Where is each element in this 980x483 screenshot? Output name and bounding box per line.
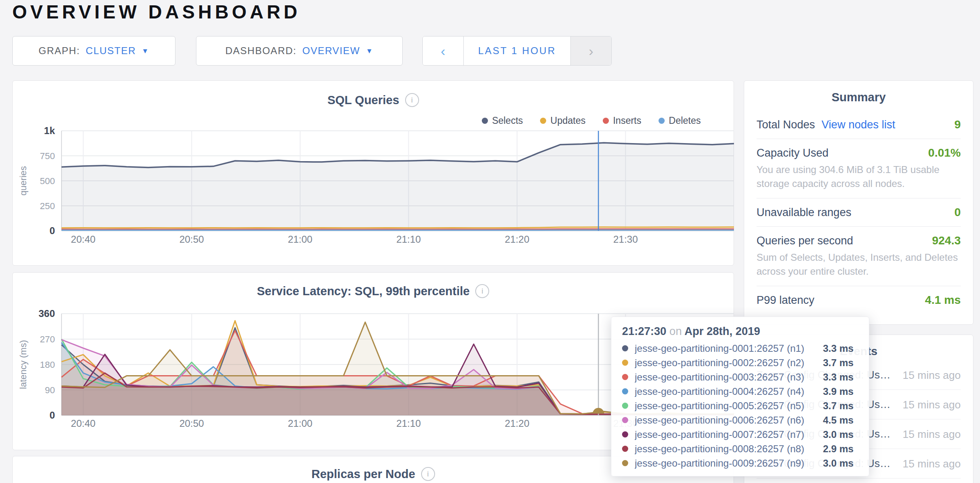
tooltip-time: 21:27:30	[622, 325, 666, 337]
time-next-button[interactable]: ›	[570, 36, 611, 65]
tooltip-node-value: 2.9 ms	[823, 443, 858, 455]
summary-panel: Summary Total Nodes View nodes list 9 Ca…	[744, 80, 973, 325]
total-nodes-value: 9	[954, 118, 961, 131]
series-dot-icon	[622, 446, 628, 452]
time-range-selector: ‹ LAST 1 HOUR ›	[422, 36, 612, 66]
unavailable-ranges-label: Unavailable ranges	[757, 206, 851, 219]
qps-value: 924.3	[932, 234, 961, 247]
tooltip-node-name: jesse-geo-partitioning-0002:26257 (n2)	[635, 357, 823, 369]
page-title: OVERVIEW DASHBOARD	[12, 1, 301, 23]
series-dot-icon	[622, 360, 628, 366]
tooltip-node-name: jesse-geo-partitioning-0003:26257 (n3)	[635, 371, 823, 383]
capacity-used-label: Capacity Used	[757, 147, 829, 159]
info-icon[interactable]: i	[421, 467, 435, 481]
event-timestamp: 15 mins ago	[899, 398, 961, 412]
series-dot-icon	[622, 403, 628, 409]
sql-queries-title: SQL Queries	[327, 93, 399, 107]
tooltip-row: jesse-geo-partitioning-0003:26257 (n3)3.…	[622, 370, 858, 384]
tooltip-row: jesse-geo-partitioning-0001:26257 (n1)3.…	[622, 341, 858, 355]
tooltip-node-name: jesse-geo-partitioning-0007:26257 (n7)	[635, 429, 823, 440]
replicas-per-node-title: Replicas per Node	[311, 467, 415, 481]
tooltip-node-value: 3.0 ms	[823, 429, 858, 440]
series-dot-icon	[622, 431, 628, 437]
graph-dropdown[interactable]: GRAPH: CLUSTER ▼	[12, 36, 175, 66]
summary-title: Summary	[757, 81, 961, 111]
event-timestamp: 15 mins ago	[899, 457, 961, 471]
series-dot-icon	[482, 118, 488, 124]
info-icon[interactable]: i	[405, 93, 419, 107]
series-dot-icon	[622, 374, 628, 380]
tooltip-row: jesse-geo-partitioning-0007:26257 (n7)3.…	[622, 427, 858, 442]
tooltip-node-name: jesse-geo-partitioning-0006:26257 (n6)	[635, 415, 823, 426]
legend-item-deletes[interactable]: Deletes	[659, 115, 701, 126]
chevron-right-icon: ›	[589, 43, 593, 59]
dashboard-dropdown-label: DASHBOARD:	[226, 45, 297, 57]
tooltip-node-name: jesse-geo-partitioning-0004:26257 (n4)	[635, 386, 823, 397]
tooltip-row: jesse-geo-partitioning-0008:26257 (n8)2.…	[622, 442, 858, 456]
series-dot-icon	[540, 118, 546, 124]
p99-latency-value: 4.1 ms	[925, 294, 961, 307]
qps-label: Queries per second	[757, 235, 853, 247]
tooltip-row: jesse-geo-partitioning-0005:26257 (n5)3.…	[622, 399, 858, 413]
tooltip-node-name: jesse-geo-partitioning-0005:26257 (n5)	[635, 400, 823, 412]
tooltip-node-value: 3.9 ms	[823, 386, 858, 397]
tooltip-node-name: jesse-geo-partitioning-0001:26257 (n1)	[635, 343, 823, 354]
tooltip-row: jesse-geo-partitioning-0006:26257 (n6)4.…	[622, 413, 858, 427]
summary-row-p99: P99 latency 4.1 ms	[757, 286, 961, 314]
event-timestamp: 15 mins ago	[899, 427, 961, 441]
chart-legend: Selects Updates Inserts Deletes	[482, 115, 701, 126]
dashboard-dropdown-value: OVERVIEW	[302, 45, 360, 57]
tooltip-node-value: 3.0 ms	[823, 458, 858, 469]
legend-label: Deletes	[669, 115, 701, 126]
tooltip-node-value: 3.7 ms	[823, 400, 858, 412]
time-range-label[interactable]: LAST 1 HOUR	[464, 36, 570, 65]
event-timestamp: 15 mins ago	[899, 368, 961, 382]
qps-description: Sum of Selects, Updates, Inserts, and De…	[757, 251, 961, 278]
chevron-down-icon: ▼	[142, 47, 149, 55]
time-prev-button[interactable]: ‹	[423, 36, 464, 65]
tooltip-row: jesse-geo-partitioning-0004:26257 (n4)3.…	[622, 384, 858, 399]
graph-dropdown-label: GRAPH:	[39, 45, 80, 57]
tooltip-header: 21:27:30 on Apr 28th, 2019	[622, 325, 858, 338]
series-dot-icon	[622, 417, 628, 423]
series-dot-icon	[659, 118, 665, 124]
legend-item-inserts[interactable]: Inserts	[603, 115, 641, 126]
tooltip-node-name: jesse-geo-partitioning-0008:26257 (n8)	[635, 443, 823, 455]
view-nodes-list-link[interactable]: View nodes list	[822, 118, 896, 131]
legend-item-updates[interactable]: Updates	[540, 115, 586, 126]
summary-row-capacity: Capacity Used 0.01% You are using 304.6 …	[757, 139, 961, 198]
series-dot-icon	[622, 388, 628, 394]
legend-item-selects[interactable]: Selects	[482, 115, 523, 126]
tooltip-node-name: jesse-geo-partitioning-0009:26257 (n9)	[635, 458, 823, 469]
info-icon[interactable]: i	[475, 284, 489, 298]
series-dot-icon	[603, 118, 609, 124]
tooltip-date: Apr 28th, 2019	[684, 325, 760, 337]
summary-row-unavailable-ranges: Unavailable ranges 0	[757, 198, 961, 227]
capacity-used-value: 0.01%	[928, 146, 961, 159]
tooltip-conjunction: on	[670, 325, 682, 337]
sql-queries-panel: SQL Queries i Selects Updates Inserts De…	[12, 80, 734, 266]
legend-label: Inserts	[613, 115, 641, 126]
legend-label: Selects	[492, 115, 523, 126]
overview-dashboard-page: OVERVIEW DASHBOARD GRAPH: CLUSTER ▼ DASH…	[0, 0, 980, 483]
graph-dropdown-value: CLUSTER	[86, 45, 136, 57]
summary-row-qps: Queries per second 924.3 Sum of Selects,…	[757, 227, 961, 286]
chevron-down-icon: ▼	[366, 47, 373, 55]
tooltip-row: jesse-geo-partitioning-0009:26257 (n9)3.…	[622, 456, 858, 470]
unavailable-ranges-value: 0	[954, 206, 961, 219]
total-nodes-label: Total Nodes	[757, 118, 815, 131]
dashboard-dropdown[interactable]: DASHBOARD: OVERVIEW ▼	[196, 36, 403, 66]
capacity-used-description: You are using 304.6 MiB of 3.1 TiB usabl…	[757, 163, 961, 191]
series-dot-icon	[622, 345, 628, 351]
tooltip-node-value: 3.3 ms	[823, 371, 858, 383]
tooltip-node-value: 4.5 ms	[823, 415, 858, 426]
service-latency-title: Service Latency: SQL, 99th percentile	[257, 285, 470, 298]
p99-latency-label: P99 latency	[757, 294, 814, 307]
legend-label: Updates	[550, 115, 586, 126]
tooltip-node-value: 3.3 ms	[823, 343, 858, 354]
tooltip-rows: jesse-geo-partitioning-0001:26257 (n1)3.…	[622, 341, 858, 470]
summary-row-total-nodes: Total Nodes View nodes list 9	[757, 111, 961, 139]
chevron-left-icon: ‹	[441, 43, 445, 59]
tooltip-row: jesse-geo-partitioning-0002:26257 (n2)3.…	[622, 355, 858, 370]
series-dot-icon	[622, 460, 628, 466]
